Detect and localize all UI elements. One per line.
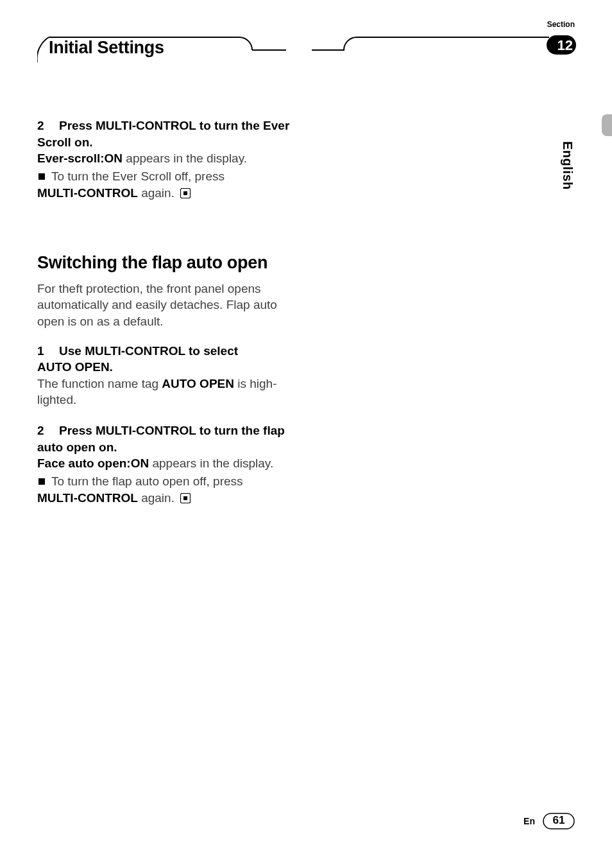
note-tail: again. [138,186,174,200]
step-instruction-line2: AUTO OPEN. [37,359,294,376]
end-of-section-icon [180,188,191,198]
display-text-bold: Ever-scroll [37,152,100,165]
note-tail: again. [138,491,174,505]
header-section-container: Section 12 [312,37,575,64]
bullet-icon [38,478,45,485]
step-flap-auto-open-on: 2Press MULTI-CONTROL to turn the flap au… [37,422,294,506]
step-ever-scroll-on: 2Press MULTI-CONTROL to turn the Ever Sc… [37,117,294,201]
page-content: 2Press MULTI-CONTROL to turn the Ever Sc… [37,117,294,506]
note-bullet-row: To turn the flap auto open off, press [37,473,294,490]
note-text: To turn the flap auto open off, press [51,473,243,490]
step-number: 1 [37,343,59,360]
body-c: lighted. [37,392,294,408]
body-a: The function name tag [37,377,162,390]
step-number: 2 [37,117,59,134]
section-label: Section [547,20,575,29]
note-bullet-row: To turn the Ever Scroll off, press [37,168,294,185]
footer-language-code: En [523,816,535,826]
section-number: 12 [557,37,573,54]
display-text-on: :ON [126,456,149,470]
display-text-tail: appears in the display. [123,152,247,165]
svg-rect-2 [183,191,187,195]
body-bold: AUTO OPEN [162,377,234,390]
end-of-section-icon [180,493,191,503]
header-title-container: Initial Settings [37,37,287,64]
step-instruction-line1: Press MULTI-CONTROL to turn the flap [59,424,285,437]
bullet-icon [38,173,45,180]
intro-paragraph: For theft protection, the front panel op… [37,281,294,330]
step-instruction-line1: Press MULTI-CONTROL to turn the Ever [59,119,289,132]
page-number: 61 [543,814,575,827]
side-tab-indicator [602,114,612,136]
page-footer: En 61 [523,813,575,829]
svg-rect-4 [183,496,187,500]
step-instruction-line2: auto open on. [37,439,294,456]
step-select-auto-open: 1Use MULTI-CONTROL to select AUTO OPEN. … [37,343,294,409]
note-text: To turn the Ever Scroll off, press [51,168,225,185]
page-header: Initial Settings Section 12 [37,37,575,64]
manual-page: Initial Settings Section 12 English 2Pre… [0,0,612,868]
header-section-frame [312,37,575,64]
step-instruction-line2: Scroll on. [37,134,294,151]
section-heading-flap-auto-open: Switching the flap auto open [37,251,294,274]
side-language-label: English [560,141,575,190]
display-text-bold: Face auto open [37,456,126,470]
note-bold: MULTI-CONTROL [37,491,138,505]
step-instruction-line1: Use MULTI-CONTROL to select [59,344,238,358]
display-text-tail: appears in the display. [149,456,273,470]
display-text-on: :ON [100,152,123,165]
page-number-pill: 61 [543,813,575,829]
step-number: 2 [37,422,59,439]
body-b: is high- [234,377,277,390]
note-bold: MULTI-CONTROL [37,186,138,200]
chapter-title: Initial Settings [49,38,164,58]
section-badge: 12 [547,35,576,58]
